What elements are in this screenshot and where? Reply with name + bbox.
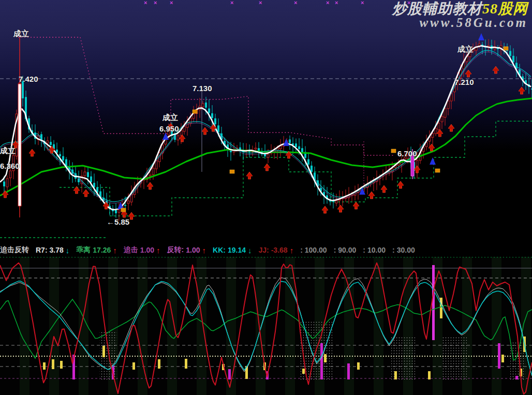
indicator-value: 追击反转 bbox=[0, 245, 29, 255]
trading-app-window: ×××××××××× 成立7.420成立6.360成立6.9507.130←5.… bbox=[0, 0, 532, 395]
buy-signal-arrow-icon bbox=[73, 186, 80, 194]
indicator-value: KK:19.14↓ bbox=[213, 246, 252, 255]
sell-mark-x-icon: × bbox=[259, 0, 262, 6]
buy-signal-arrow-icon bbox=[493, 66, 499, 74]
blue-signal-icon bbox=[283, 139, 289, 146]
indicator-value: JJ:-3.68↑ bbox=[258, 246, 293, 255]
sell-mark-x-icon: × bbox=[230, 0, 233, 6]
signal-bar bbox=[515, 376, 518, 379]
sell-mark-x-icon: × bbox=[361, 0, 364, 6]
sell-mark-x-icon: × bbox=[294, 0, 297, 6]
buy-signal-arrow-icon bbox=[448, 124, 454, 131]
signal-bar bbox=[347, 363, 350, 379]
buy-signal-arrow-icon bbox=[322, 206, 328, 213]
blue-signal-icon bbox=[478, 33, 484, 40]
watermark: 炒股輔助教材58股网 www.58Gu.com bbox=[392, 1, 528, 30]
signal-bar bbox=[102, 346, 105, 357]
up-arrow-icon: ↑ bbox=[290, 246, 294, 255]
candlestick-chart-canvas bbox=[0, 0, 532, 243]
buy-signal-arrow-icon bbox=[519, 87, 525, 94]
sell-mark-x-icon: × bbox=[326, 0, 329, 6]
signal-bar bbox=[43, 362, 46, 370]
main-price-chart-panel[interactable]: ×××××××××× 成立7.420成立6.360成立6.9507.130←5.… bbox=[0, 0, 532, 243]
indicator-value: :100.00 bbox=[300, 246, 327, 254]
buy-signal-arrow-icon bbox=[179, 135, 185, 142]
watermark-title: 炒股輔助教材58股网 bbox=[392, 1, 528, 16]
signal-bar bbox=[158, 359, 160, 369]
buy-signal-arrow-icon bbox=[29, 149, 35, 156]
signal-bar bbox=[501, 355, 504, 362]
indicator-parameter-bar[interactable]: 追击反转R7:3.78↓乖离17.26↑追击1.00↑反转:1.00↑KK:19… bbox=[0, 243, 532, 257]
watermark-url: www.58Gu.com bbox=[392, 16, 528, 30]
signal-bar bbox=[228, 369, 231, 379]
buy-signal-arrow-icon bbox=[83, 189, 89, 197]
orange-signal-icon bbox=[230, 170, 234, 173]
buy-signal-arrow-icon bbox=[147, 182, 153, 189]
buy-signal-arrow-icon bbox=[381, 185, 387, 193]
down-arrow-icon: ↓ bbox=[248, 246, 252, 255]
buy-signal-arrow-icon bbox=[202, 127, 208, 135]
signal-bar bbox=[324, 354, 327, 362]
up-arrow-icon: ↑ bbox=[156, 246, 160, 255]
buy-signal-arrow-icon bbox=[437, 129, 443, 137]
buy-signal-arrow-icon bbox=[368, 192, 375, 199]
signal-bar bbox=[52, 359, 54, 369]
orange-signal-icon bbox=[391, 149, 396, 153]
indicator-value: 追击1.00↑ bbox=[124, 245, 160, 255]
indicator-value: 反转:1.00↑ bbox=[167, 245, 206, 255]
up-arrow-icon: ↑ bbox=[202, 246, 206, 255]
signal-bar bbox=[428, 371, 431, 379]
signal-bar bbox=[498, 343, 500, 369]
indicator-value: :10.00 bbox=[363, 246, 386, 254]
buy-signal-arrow-icon bbox=[264, 164, 270, 171]
orange-signal-icon bbox=[435, 169, 440, 172]
indicator-value: :30.00 bbox=[392, 246, 415, 254]
buy-signal-arrow-icon bbox=[246, 172, 253, 179]
signal-bar bbox=[394, 371, 397, 379]
signal-bar bbox=[185, 359, 187, 369]
indicator-value: R7:3.78↓ bbox=[36, 246, 69, 255]
sell-mark-x-icon: × bbox=[154, 0, 157, 6]
up-arrow-icon: ↑ bbox=[113, 246, 117, 255]
signal-bar bbox=[60, 361, 63, 369]
down-arrow-icon: ↓ bbox=[66, 246, 70, 255]
orange-signal-icon bbox=[504, 47, 508, 50]
sell-mark-x-icon: × bbox=[170, 0, 173, 6]
signal-bar bbox=[357, 362, 360, 370]
blue-signal-icon bbox=[430, 157, 436, 165]
signal-bar bbox=[132, 362, 135, 370]
sell-mark-x-icon: × bbox=[144, 0, 147, 6]
signal-bar bbox=[432, 265, 435, 340]
oscillator-chart-canvas bbox=[0, 257, 532, 395]
orange-signal-icon bbox=[121, 208, 126, 212]
orange-signal-icon bbox=[193, 110, 197, 113]
sell-mark-x-icon: × bbox=[335, 0, 338, 6]
buy-signal-arrow-icon bbox=[465, 70, 471, 77]
buy-signal-arrow-icon bbox=[353, 202, 359, 209]
signal-bar bbox=[302, 369, 305, 374]
oscillator-sub-panel[interactable] bbox=[0, 257, 532, 395]
indicator-value: :90.00 bbox=[334, 246, 357, 254]
signal-bar bbox=[320, 343, 323, 379]
indicator-value: 乖离17.26↑ bbox=[76, 245, 117, 255]
buy-signal-arrow-icon bbox=[128, 212, 135, 220]
buy-signal-arrow-icon bbox=[397, 181, 404, 188]
